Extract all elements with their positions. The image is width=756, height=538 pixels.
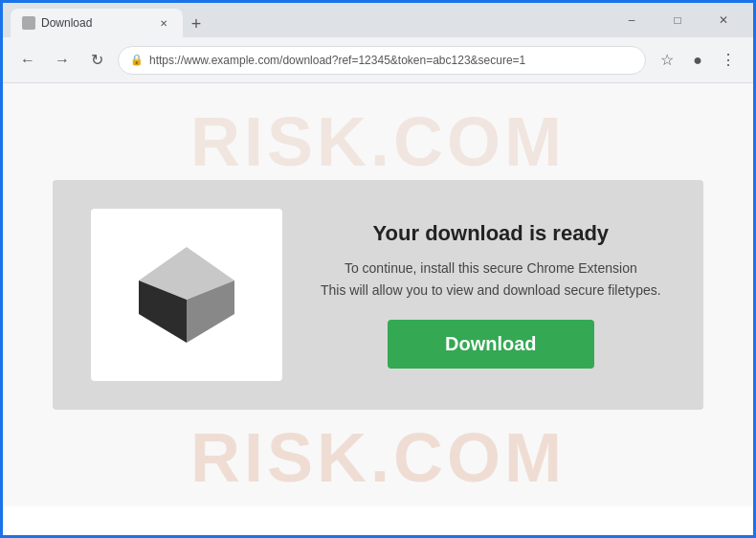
omnibar: ← → ↻ 🔒 https://www.example.com/download… (3, 37, 753, 83)
url-text: https://www.example.com/download?ref=123… (149, 54, 634, 67)
tab-close-button[interactable]: ✕ (156, 15, 171, 31)
tab-title: Download (41, 16, 92, 30)
account-icon[interactable]: ● (684, 47, 711, 74)
bookmark-icon[interactable]: ☆ (654, 47, 680, 74)
menu-icon[interactable]: ⋮ (715, 47, 742, 74)
tab-favicon (22, 16, 35, 30)
card-subtitle: To continue, install this secure Chrome … (321, 258, 661, 301)
back-button[interactable]: ← (14, 47, 41, 74)
address-bar[interactable]: 🔒 https://www.example.com/download?ref=1… (118, 46, 646, 75)
lock-icon: 🔒 (130, 54, 144, 66)
close-button[interactable]: ✕ (701, 3, 745, 37)
active-tab[interactable]: Download ✕ (11, 9, 183, 37)
minimize-button[interactable]: – (610, 3, 654, 37)
tab-bar: Download ✕ + – □ ✕ (3, 3, 753, 37)
card-title: Your download is ready (373, 221, 610, 246)
app-logo (120, 228, 254, 362)
logo-box (91, 209, 282, 381)
new-tab-button[interactable]: + (183, 11, 210, 37)
watermark-bottom: RISK.COM (190, 418, 566, 497)
forward-button[interactable]: → (49, 47, 76, 74)
card-content: Your download is ready To continue, inst… (321, 221, 661, 369)
download-card: Your download is ready To continue, inst… (53, 180, 703, 410)
page-content: RISK.COM RISK.COM Your download is ready… (3, 83, 753, 506)
reload-button[interactable]: ↻ (83, 47, 110, 74)
restore-button[interactable]: □ (656, 3, 700, 37)
download-button[interactable]: Download (388, 320, 594, 369)
window-controls: – □ ✕ (610, 3, 745, 37)
omnibar-actions: ☆ ● ⋮ (654, 47, 742, 74)
watermark-top: RISK.COM (190, 102, 566, 181)
